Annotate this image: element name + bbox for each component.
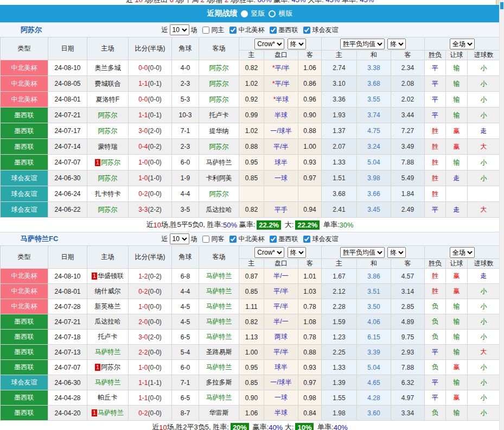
result: 平 bbox=[425, 92, 446, 108]
horizontal-layout-label[interactable]: 横版 bbox=[279, 9, 293, 18]
vertical-layout-radio[interactable] bbox=[241, 10, 248, 17]
league-friendly-checkbox[interactable] bbox=[303, 236, 310, 243]
vertical-layout-label[interactable]: 竖版 bbox=[251, 9, 265, 18]
score: 1-0(0-0) bbox=[129, 299, 172, 314]
avg-draw: 3.98 bbox=[357, 170, 391, 186]
odds-group-header: Crow* 终 bbox=[239, 37, 322, 50]
goals-result: 小 bbox=[468, 170, 500, 186]
league-badge: 墨西联 bbox=[1, 345, 48, 360]
league-mex-checkbox[interactable] bbox=[270, 27, 277, 34]
scrollbar-thumb[interactable] bbox=[500, 2, 503, 9]
result: 平 bbox=[425, 202, 446, 218]
avg-lose: 4.89 bbox=[391, 314, 425, 330]
result: 负 bbox=[425, 360, 446, 375]
league-badge: 墨西联 bbox=[1, 139, 48, 155]
away-team: 阿苏尔 bbox=[199, 60, 239, 76]
vertical-scrollbar[interactable] bbox=[499, 0, 504, 430]
avg-type-select[interactable]: 胜平负均值 bbox=[340, 247, 385, 258]
corners: 8-7 bbox=[172, 406, 199, 421]
corners: 2-3 bbox=[172, 76, 199, 92]
avg-draw: 3.60 bbox=[357, 406, 391, 421]
handicap-result bbox=[446, 186, 468, 202]
home-odds: 1.00 bbox=[239, 345, 264, 360]
horizontal-layout-radio[interactable] bbox=[269, 10, 276, 17]
sub-header-home-odds: 主 bbox=[239, 259, 264, 269]
home-odds: 0.95 bbox=[239, 360, 264, 375]
league-badge: 中北美杯 bbox=[1, 60, 48, 76]
corners: 3-5 bbox=[172, 202, 199, 218]
handicap: 平/半 bbox=[264, 345, 298, 360]
avg-period-select[interactable]: 终 bbox=[387, 247, 406, 258]
goals-result: 小 bbox=[468, 108, 500, 123]
match-count-select[interactable]: 10 bbox=[170, 24, 189, 35]
league-badge: 球会友谊 bbox=[1, 202, 48, 218]
score: 1-1(0-1) bbox=[129, 108, 172, 123]
score: 2-0(0-0) bbox=[129, 314, 172, 330]
goals-result bbox=[468, 186, 500, 202]
avg-win: 1.55 bbox=[322, 390, 357, 406]
top-stats-strip: 近 10 场/胜出 6 场/平局 2 场/输 2 场/胜率: 60% 赢率: 4… bbox=[0, 0, 500, 5]
bookmaker-select[interactable]: Crow* bbox=[254, 39, 284, 49]
avg-type-select[interactable]: 胜平负均值 bbox=[340, 39, 385, 49]
same-home-checkbox[interactable] bbox=[202, 27, 209, 34]
avg-group-header: 胜平负均值 终 bbox=[322, 246, 425, 259]
matches-table-mazatlan: 类型 日期 主场 比分(半场) 角球 客场 Crow* 终 胜平负均值 终 bbox=[0, 245, 500, 421]
sub-header-result: 胜负 bbox=[425, 259, 446, 269]
handicap-result: 赢 bbox=[446, 139, 468, 155]
result: 平 bbox=[425, 76, 446, 92]
league-badge: 球会友谊 bbox=[1, 375, 48, 390]
team-name-azul: 阿苏尔 bbox=[21, 25, 42, 35]
match-date: 24-07-21 bbox=[48, 314, 87, 330]
match-date: 24-07-17 bbox=[48, 123, 87, 139]
corners: 1-9 bbox=[172, 170, 199, 186]
odds-period-select[interactable]: 终 bbox=[288, 39, 306, 49]
col-header-score: 比分(半场) bbox=[129, 246, 172, 269]
same-away-checkbox[interactable] bbox=[202, 236, 209, 243]
handicap-result: 输 bbox=[446, 406, 468, 421]
col-header-away: 客场 bbox=[199, 37, 239, 60]
score: 1-0(0-0) bbox=[129, 155, 172, 170]
goals-result: 小 bbox=[468, 330, 500, 345]
avg-period-select[interactable]: 终 bbox=[387, 39, 406, 49]
avg-draw: 3.50 bbox=[357, 299, 391, 314]
handicap-result: 赢 bbox=[446, 360, 468, 375]
team-bar-azul: 阿苏尔 近 10 场 同主 中北美杯 墨西联 球会友谊 bbox=[0, 23, 500, 37]
handicap: 球半 bbox=[264, 360, 298, 375]
avg-lose: 6.32 bbox=[391, 375, 425, 390]
league-friendly-checkbox[interactable] bbox=[303, 27, 310, 34]
avg-lose: 3.34 bbox=[391, 406, 425, 421]
avg-lose: 5.49 bbox=[391, 170, 425, 186]
team-name-mazatlan: 马萨特兰FC bbox=[21, 234, 58, 244]
match-row: 墨西联24-04-201马萨特兰0-2(0-0)8-7华雷斯1.06半球0.84… bbox=[1, 406, 500, 421]
avg-draw: 3.51 bbox=[357, 284, 391, 299]
handicap-result: 输 bbox=[446, 299, 468, 314]
league-badge: 墨西联 bbox=[1, 314, 48, 330]
corners: 2-3 bbox=[172, 139, 199, 155]
corners: 7-1 bbox=[172, 123, 199, 139]
match-date: 24-08-10 bbox=[48, 269, 87, 284]
league-mex-checkbox[interactable] bbox=[270, 236, 277, 243]
odds-period-select[interactable]: 终 bbox=[288, 247, 306, 258]
goals-result: 走 bbox=[468, 123, 500, 139]
avg-win: 2.74 bbox=[322, 60, 357, 76]
avg-lose: 7.27 bbox=[391, 123, 425, 139]
home-odds: 0.85 bbox=[239, 170, 264, 186]
home-odds: 0.90 bbox=[239, 390, 264, 406]
score: 0-0(0-0) bbox=[129, 60, 172, 76]
sub-header-away-odds: 客 bbox=[298, 50, 322, 60]
sub-header-avg-win: 主 bbox=[322, 259, 357, 269]
away-odds: 1.06 bbox=[298, 60, 322, 76]
league-concacaf-checkbox[interactable] bbox=[229, 27, 237, 34]
handicap-result: 走 bbox=[446, 170, 468, 186]
avg-lose: 2.93 bbox=[391, 345, 425, 360]
scope-select[interactable]: 全场 bbox=[450, 247, 475, 258]
score: 1-0(0-0) bbox=[129, 360, 172, 375]
bookmaker-select[interactable]: Crow* bbox=[254, 247, 284, 258]
result: 胜 bbox=[425, 155, 446, 170]
scope-select[interactable]: 全场 bbox=[450, 39, 475, 49]
league-concacaf-checkbox[interactable] bbox=[229, 236, 237, 243]
avg-win: 1.33 bbox=[322, 360, 357, 375]
match-count-select[interactable]: 10 bbox=[170, 233, 189, 244]
handicap: 球半 bbox=[264, 155, 298, 170]
sub-header-avg-draw: 和 bbox=[357, 50, 391, 60]
